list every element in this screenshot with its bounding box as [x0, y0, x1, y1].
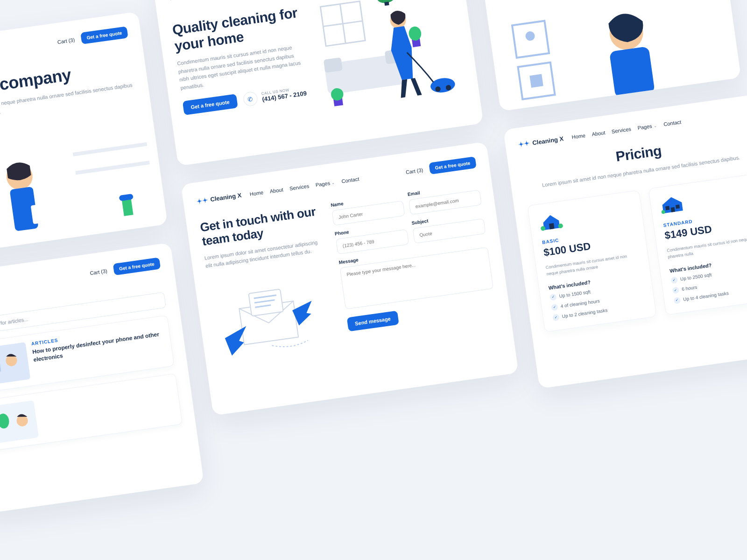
- contact-form: Name Email Phone Subject Me: [331, 182, 499, 349]
- sparkle-icon: ✦✦: [196, 196, 208, 205]
- logo[interactable]: ✦✦Cleaning X: [168, 0, 213, 2]
- blog-card: Cart (3) Get a free quote ⌕ Search for a…: [0, 243, 204, 514]
- svg-rect-31: [609, 46, 655, 98]
- svg-point-19: [408, 26, 422, 42]
- nav-contact[interactable]: Contact: [663, 119, 682, 127]
- nav-services[interactable]: Services: [289, 183, 309, 191]
- plan-basic[interactable]: BASIC $100 USD Condimentum mauris sit cu…: [527, 190, 657, 332]
- hero-quote-button[interactable]: Get a free quote: [183, 94, 238, 115]
- nav-about[interactable]: About: [269, 187, 283, 194]
- blog-thumb: [0, 342, 30, 385]
- svg-rect-17: [384, 2, 389, 6]
- svg-rect-47: [671, 207, 675, 212]
- quote-button[interactable]: Get a free quote: [80, 26, 128, 44]
- logo[interactable]: ✦✦Cleaning X: [518, 134, 564, 148]
- cart-link[interactable]: Cart (3): [57, 37, 75, 45]
- phone-block[interactable]: ✆ CALL US NOW (414) 567 - 2109: [242, 84, 307, 107]
- svg-rect-46: [676, 204, 680, 209]
- phone-icon: ✆: [242, 91, 258, 107]
- check-icon: ✓: [551, 304, 558, 311]
- sparkle-icon: ✦✦: [518, 140, 530, 148]
- nav-pages[interactable]: Pages ⌄: [637, 122, 658, 131]
- check-icon: ✓: [674, 297, 681, 304]
- svg-rect-1: [75, 161, 150, 175]
- svg-rect-38: [248, 289, 283, 316]
- nav-pages[interactable]: Pages ⌄: [315, 179, 336, 188]
- check-icon: ✓: [552, 314, 560, 321]
- envelope-illustration: [208, 268, 337, 368]
- plan-standard[interactable]: STANDARD $149 USD Condimentum mauris sit…: [648, 173, 747, 315]
- svg-rect-45: [665, 206, 669, 210]
- check-icon: ✓: [550, 294, 557, 301]
- quote-button[interactable]: Get a free quote: [113, 257, 161, 275]
- sparkle-icon: ✦✦: [168, 0, 180, 2]
- check-icon: ✓: [670, 276, 678, 284]
- svg-rect-9: [119, 194, 134, 201]
- svg-point-21: [430, 77, 456, 94]
- svg-rect-7: [31, 203, 47, 224]
- svg-point-27: [525, 30, 536, 41]
- cart-link[interactable]: Cart (3): [405, 167, 423, 175]
- nav: Cart (3) Get a free quote: [0, 257, 161, 296]
- nav-home[interactable]: Home: [249, 189, 264, 197]
- svg-rect-14: [324, 57, 343, 73]
- nav-about[interactable]: About: [592, 130, 606, 137]
- check-icon: ✓: [672, 287, 679, 294]
- nav-home[interactable]: Home: [571, 133, 586, 140]
- article-card: ARTICLES — SEP 1 How often do you clean …: [473, 0, 741, 112]
- cleaning-illustration: [311, 0, 467, 118]
- nav-services[interactable]: Services: [611, 126, 631, 134]
- cart-link[interactable]: Cart (3): [90, 268, 108, 276]
- svg-rect-29: [529, 74, 543, 87]
- svg-rect-42: [549, 223, 555, 229]
- contact-card: ✦✦Cleaning X Home About Services Pages ⌄…: [181, 142, 519, 416]
- svg-rect-0: [73, 142, 148, 156]
- about-card: Contact Cart (3) Get a free quote About …: [0, 12, 168, 258]
- nav-contact[interactable]: Contact: [341, 176, 359, 184]
- chevron-down-icon: ⌄: [331, 180, 335, 185]
- house-icon: [659, 194, 685, 216]
- pricing-card: ✦✦Cleaning X Home About Services Pages ⌄…: [503, 93, 747, 388]
- send-button[interactable]: Send message: [346, 311, 399, 332]
- quote-button[interactable]: Get a free quote: [429, 156, 477, 175]
- article-illustration: [500, 0, 729, 112]
- blog-thumb: [0, 400, 39, 444]
- hero-card: ✦✦Cleaning X Home About Services Pages ⌄…: [152, 0, 483, 166]
- chevron-down-icon: ⌄: [653, 123, 657, 128]
- house-icon: [538, 211, 564, 233]
- team-illustration: [0, 122, 168, 258]
- logo[interactable]: ✦✦Cleaning X: [196, 191, 242, 205]
